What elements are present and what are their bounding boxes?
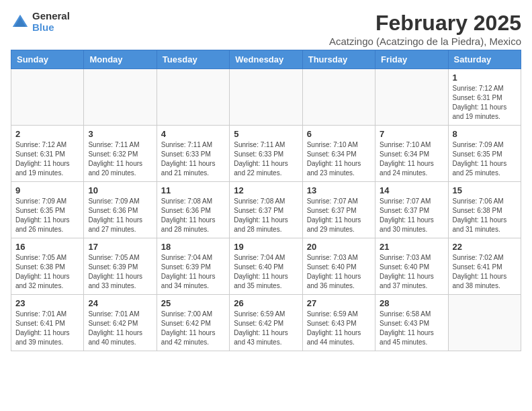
day-number: 11: [161, 185, 225, 195]
day-cell-8: 8Sunrise: 7:09 AM Sunset: 6:35 PM Daylig…: [448, 126, 521, 182]
day-number: 4: [161, 129, 225, 139]
day-info: Sunrise: 7:00 AM Sunset: 6:42 PM Dayligh…: [161, 310, 225, 347]
day-number: 8: [453, 129, 517, 139]
day-info: Sunrise: 7:02 AM Sunset: 6:41 PM Dayligh…: [453, 253, 517, 291]
day-cell-19: 19Sunrise: 7:04 AM Sunset: 6:40 PM Dayli…: [230, 238, 302, 295]
calendar-week-4: 16Sunrise: 7:05 AM Sunset: 6:38 PM Dayli…: [11, 238, 521, 295]
day-cell-27: 27Sunrise: 6:59 AM Sunset: 6:43 PM Dayli…: [302, 295, 375, 351]
day-number: 15: [453, 185, 517, 195]
empty-cell: [230, 69, 302, 126]
day-cell-2: 2Sunrise: 7:12 AM Sunset: 6:31 PM Daylig…: [11, 126, 84, 182]
calendar-header-row: SundayMondayTuesdayWednesdayThursdayFrid…: [11, 50, 521, 69]
empty-cell: [375, 69, 448, 126]
day-number: 17: [88, 242, 152, 252]
day-number: 3: [88, 129, 152, 139]
empty-cell: [302, 69, 375, 126]
day-number: 1: [453, 73, 517, 83]
day-info: Sunrise: 7:05 AM Sunset: 6:39 PM Dayligh…: [88, 253, 152, 291]
day-cell-7: 7Sunrise: 7:10 AM Sunset: 6:34 PM Daylig…: [375, 126, 448, 182]
day-header-saturday: Saturday: [448, 50, 521, 69]
day-info: Sunrise: 7:03 AM Sunset: 6:40 PM Dayligh…: [307, 253, 371, 291]
day-info: Sunrise: 7:06 AM Sunset: 6:38 PM Dayligh…: [453, 197, 517, 234]
day-header-tuesday: Tuesday: [157, 50, 229, 69]
day-cell-25: 25Sunrise: 7:00 AM Sunset: 6:42 PM Dayli…: [157, 295, 229, 351]
day-number: 2: [15, 129, 79, 139]
day-number: 13: [307, 185, 371, 195]
day-number: 27: [307, 298, 371, 308]
day-info: Sunrise: 7:10 AM Sunset: 6:34 PM Dayligh…: [307, 140, 371, 178]
day-info: Sunrise: 7:03 AM Sunset: 6:40 PM Dayligh…: [380, 253, 443, 291]
day-cell-6: 6Sunrise: 7:10 AM Sunset: 6:34 PM Daylig…: [302, 126, 375, 182]
day-cell-20: 20Sunrise: 7:03 AM Sunset: 6:40 PM Dayli…: [302, 238, 375, 295]
empty-cell: [157, 69, 229, 126]
logo-icon: [11, 13, 30, 32]
day-number: 21: [380, 242, 443, 252]
logo-text: General Blue: [32, 11, 70, 33]
day-cell-10: 10Sunrise: 7:09 AM Sunset: 6:36 PM Dayli…: [84, 182, 157, 238]
page-header: General Blue February 2025 Acatzingo (Ac…: [11, 11, 521, 47]
main-title: February 2025: [329, 11, 521, 36]
day-info: Sunrise: 7:10 AM Sunset: 6:34 PM Dayligh…: [380, 140, 443, 178]
calendar-week-2: 2Sunrise: 7:12 AM Sunset: 6:31 PM Daylig…: [11, 126, 521, 182]
logo: General Blue: [11, 11, 70, 33]
day-cell-14: 14Sunrise: 7:07 AM Sunset: 6:37 PM Dayli…: [375, 182, 448, 238]
day-info: Sunrise: 7:11 AM Sunset: 6:33 PM Dayligh…: [161, 140, 225, 178]
subtitle: Acatzingo (Acatzingo de la Piedra), Mexi…: [329, 36, 521, 47]
day-number: 7: [380, 129, 443, 139]
day-info: Sunrise: 7:09 AM Sunset: 6:36 PM Dayligh…: [88, 197, 152, 234]
day-info: Sunrise: 7:07 AM Sunset: 6:37 PM Dayligh…: [307, 197, 371, 234]
day-cell-12: 12Sunrise: 7:08 AM Sunset: 6:37 PM Dayli…: [230, 182, 302, 238]
day-info: Sunrise: 7:12 AM Sunset: 6:31 PM Dayligh…: [453, 84, 517, 122]
day-cell-24: 24Sunrise: 7:01 AM Sunset: 6:42 PM Dayli…: [84, 295, 157, 351]
day-info: Sunrise: 7:08 AM Sunset: 6:37 PM Dayligh…: [234, 197, 298, 234]
empty-cell: [448, 295, 521, 351]
day-info: Sunrise: 6:58 AM Sunset: 6:43 PM Dayligh…: [380, 310, 443, 347]
day-info: Sunrise: 7:07 AM Sunset: 6:37 PM Dayligh…: [380, 197, 443, 234]
day-info: Sunrise: 7:12 AM Sunset: 6:31 PM Dayligh…: [15, 140, 79, 178]
day-cell-28: 28Sunrise: 6:58 AM Sunset: 6:43 PM Dayli…: [375, 295, 448, 351]
day-cell-23: 23Sunrise: 7:01 AM Sunset: 6:41 PM Dayli…: [11, 295, 84, 351]
day-number: 26: [234, 298, 298, 308]
calendar-week-5: 23Sunrise: 7:01 AM Sunset: 6:41 PM Dayli…: [11, 295, 521, 351]
day-number: 14: [380, 185, 443, 195]
day-number: 20: [307, 242, 371, 252]
day-cell-1: 1Sunrise: 7:12 AM Sunset: 6:31 PM Daylig…: [448, 69, 521, 126]
day-cell-17: 17Sunrise: 7:05 AM Sunset: 6:39 PM Dayli…: [84, 238, 157, 295]
logo-blue-text: Blue: [32, 22, 70, 34]
empty-cell: [84, 69, 157, 126]
day-number: 19: [234, 242, 298, 252]
day-number: 22: [453, 242, 517, 252]
day-info: Sunrise: 6:59 AM Sunset: 6:42 PM Dayligh…: [234, 310, 298, 347]
calendar-week-3: 9Sunrise: 7:09 AM Sunset: 6:35 PM Daylig…: [11, 182, 521, 238]
day-number: 10: [88, 185, 152, 195]
day-number: 28: [380, 298, 443, 308]
day-number: 16: [15, 242, 79, 252]
day-info: Sunrise: 7:05 AM Sunset: 6:38 PM Dayligh…: [15, 253, 79, 291]
day-cell-13: 13Sunrise: 7:07 AM Sunset: 6:37 PM Dayli…: [302, 182, 375, 238]
day-header-friday: Friday: [375, 50, 448, 69]
day-header-sunday: Sunday: [11, 50, 84, 69]
calendar-table: SundayMondayTuesdayWednesdayThursdayFrid…: [11, 50, 521, 351]
day-cell-3: 3Sunrise: 7:11 AM Sunset: 6:32 PM Daylig…: [84, 126, 157, 182]
day-cell-5: 5Sunrise: 7:11 AM Sunset: 6:33 PM Daylig…: [230, 126, 302, 182]
day-cell-26: 26Sunrise: 6:59 AM Sunset: 6:42 PM Dayli…: [230, 295, 302, 351]
logo-general-text: General: [32, 11, 70, 22]
title-area: February 2025 Acatzingo (Acatzingo de la…: [329, 11, 521, 47]
day-cell-21: 21Sunrise: 7:03 AM Sunset: 6:40 PM Dayli…: [375, 238, 448, 295]
day-info: Sunrise: 6:59 AM Sunset: 6:43 PM Dayligh…: [307, 310, 371, 347]
day-cell-15: 15Sunrise: 7:06 AM Sunset: 6:38 PM Dayli…: [448, 182, 521, 238]
day-number: 25: [161, 298, 225, 308]
day-number: 24: [88, 298, 152, 308]
day-header-wednesday: Wednesday: [230, 50, 302, 69]
day-number: 9: [15, 185, 79, 195]
day-info: Sunrise: 7:01 AM Sunset: 6:42 PM Dayligh…: [88, 310, 152, 347]
day-number: 23: [15, 298, 79, 308]
day-header-monday: Monday: [84, 50, 157, 69]
day-info: Sunrise: 7:09 AM Sunset: 6:35 PM Dayligh…: [15, 197, 79, 234]
day-info: Sunrise: 7:04 AM Sunset: 6:39 PM Dayligh…: [161, 253, 225, 291]
day-number: 6: [307, 129, 371, 139]
empty-cell: [11, 69, 84, 126]
day-header-thursday: Thursday: [302, 50, 375, 69]
day-number: 18: [161, 242, 225, 252]
day-info: Sunrise: 7:01 AM Sunset: 6:41 PM Dayligh…: [15, 310, 79, 347]
